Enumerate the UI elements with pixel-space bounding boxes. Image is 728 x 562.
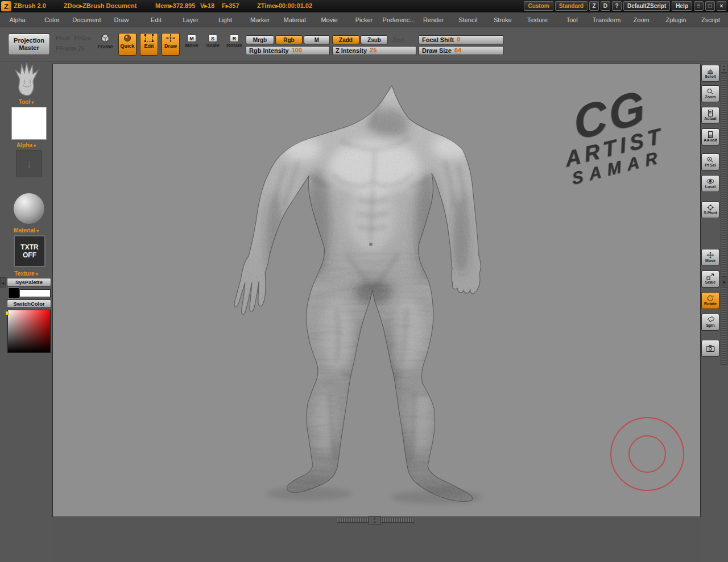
right-tray-collapse-arrow[interactable]: ▸	[722, 276, 727, 286]
menu-transform[interactable]: Transform	[589, 13, 624, 27]
focal-shift-slider[interactable]: Focal Shift 0	[419, 35, 504, 44]
menu-preferences[interactable]: Preferenc...	[381, 13, 416, 27]
z-button[interactable]: Z	[589, 1, 599, 11]
draw-size-slider[interactable]: Draw Size 64	[419, 46, 504, 55]
menu-material[interactable]: Material	[278, 13, 312, 27]
menu-color[interactable]: Color	[35, 13, 69, 27]
document-canvas[interactable]: CG ARTIST SAMAR	[52, 64, 701, 517]
default-zscript-button[interactable]: DefaultZScript	[623, 1, 670, 11]
right-scrollbar-track[interactable]	[721, 64, 727, 365]
snapshot-button[interactable]	[701, 340, 719, 357]
quick-button-active[interactable]: Quick	[118, 33, 136, 56]
window-close-icon[interactable]: ×	[717, 1, 726, 11]
projection-master-line2: Master	[19, 44, 39, 52]
quick-icon	[122, 34, 133, 43]
scroll-down-icon: ▾	[721, 68, 727, 72]
menu-stroke[interactable]: Stroke	[485, 13, 520, 27]
d-button[interactable]: D	[601, 1, 610, 11]
rotate-3d-button-active[interactable]: Rotate	[701, 292, 719, 309]
actual-button[interactable]: Actual	[701, 107, 719, 124]
menu-zoom[interactable]: Zoom	[624, 13, 659, 27]
secondary-color-swatch[interactable]	[8, 288, 19, 299]
right-scrollbar-arrows[interactable]: ▴ ▾	[721, 64, 727, 73]
move-3d-button[interactable]: Move	[701, 249, 719, 266]
s-pivot-label: S.Pivot	[704, 211, 717, 215]
left-tray-collapse-arrow[interactable]: ◂	[0, 277, 6, 288]
alpha-dropdown[interactable]: Alpha▾	[0, 142, 52, 148]
pfgra-button-disabled[interactable]: PFGra	[74, 35, 91, 41]
zoom-button[interactable]: Zoom	[701, 85, 719, 102]
menu-stencil[interactable]: Stencil	[450, 13, 485, 27]
half-page-icon	[706, 131, 715, 138]
scale-3d-button[interactable]: Scale	[701, 270, 719, 288]
syspalette-button[interactable]: SysPalette	[7, 278, 51, 286]
pframe-slider-disabled[interactable]: PFrame 25	[56, 45, 85, 52]
pt-sel-button[interactable]: Pt Sel	[701, 153, 719, 170]
menu-tool[interactable]: Tool	[555, 13, 589, 27]
menu-texture[interactable]: Texture	[520, 13, 555, 27]
spin-button[interactable]: Spin	[701, 314, 719, 331]
tool-label: Tool	[19, 99, 30, 105]
material-dropdown[interactable]: Material▾	[0, 227, 52, 234]
help-question-button[interactable]: ?	[612, 1, 622, 11]
move-button[interactable]: M Move	[183, 33, 201, 56]
menu-draw[interactable]: Draw	[104, 13, 139, 27]
pfull-button-disabled[interactable]: PFull	[56, 35, 69, 41]
zadd-button-active[interactable]: Zadd	[332, 35, 359, 44]
frame-button[interactable]: Frame	[96, 33, 114, 56]
menu-edit[interactable]: Edit	[139, 13, 173, 27]
zbrush-logo-icon: Z	[1, 1, 11, 11]
s-pivot-button[interactable]: S.Pivot	[701, 201, 719, 218]
texture-dropdown[interactable]: Texture▾	[0, 270, 52, 277]
current-material-sphere[interactable]	[14, 193, 44, 224]
local-pivot-icon	[706, 178, 715, 185]
menu-alpha[interactable]: Alpha	[0, 13, 35, 27]
window-menu-icon[interactable]: ≡	[694, 1, 704, 11]
draw-button-active[interactable]: Draw	[162, 33, 180, 56]
local-button[interactable]: Local	[701, 175, 719, 192]
edit-button-active[interactable]: Edit	[140, 33, 158, 56]
aahalf-label: AAHalf	[704, 138, 717, 143]
menu-zplugin[interactable]: Zplugin	[659, 13, 693, 27]
tool-dropdown[interactable]: Tool▾	[0, 99, 52, 105]
scroll-button[interactable]: Scroll	[701, 65, 719, 82]
m-button[interactable]: M	[304, 35, 330, 44]
scale-button[interactable]: S Scale	[204, 33, 222, 56]
rotate-button[interactable]: R Rotate	[225, 33, 243, 56]
zcut-button-disabled[interactable]: Zcut	[392, 37, 404, 43]
camera-icon	[705, 344, 715, 352]
menu-light[interactable]: Light	[208, 13, 243, 27]
mrgb-button[interactable]: Mrgb	[246, 35, 274, 44]
quick-label: Quick	[120, 43, 134, 49]
aahalf-button[interactable]: AAHalf	[701, 128, 719, 145]
rgb-button-active[interactable]: Rgb	[275, 35, 303, 44]
menu-picker[interactable]: Picker	[347, 13, 382, 27]
menu-layer[interactable]: Layer	[173, 13, 208, 27]
switchcolor-button[interactable]: SwitchColor	[7, 299, 51, 308]
z-intensity-slider[interactable]: Z Intensity 25	[332, 46, 416, 55]
main-color-swatch[interactable]	[19, 289, 51, 297]
zsub-button[interactable]: Zsub	[361, 35, 388, 44]
current-tool-thumbnail[interactable]	[9, 63, 46, 99]
window-maximize-icon[interactable]: □	[705, 1, 715, 11]
standard-ui-button[interactable]: Standard	[555, 1, 588, 11]
horizontal-scrollbar-arrows[interactable]: ▴ ▾	[369, 516, 381, 524]
move-arrows-icon	[706, 252, 715, 259]
menu-render[interactable]: Render	[416, 13, 450, 27]
menu-movie[interactable]: Movie	[312, 13, 347, 27]
custom-ui-button[interactable]: Custom	[524, 1, 553, 11]
menu-zscript[interactable]: Zscript	[693, 13, 728, 27]
texture-off-thumbnail[interactable]: TXTR OFF	[14, 235, 46, 267]
scale-label: Scale	[206, 43, 220, 48]
current-alpha-thumbnail[interactable]	[11, 107, 47, 140]
rgb-intensity-slider[interactable]: Rgb Intensity 100	[246, 46, 330, 55]
current-stroke-thumbnail[interactable]: ↓	[16, 150, 42, 177]
help-button[interactable]: Help	[672, 1, 692, 11]
color-picker-gradient[interactable]	[7, 310, 51, 353]
projection-master-line1: Projection	[14, 37, 44, 44]
menu-marker[interactable]: Marker	[243, 13, 278, 27]
menu-document[interactable]: Document	[69, 13, 104, 27]
scroll-down-icon: ▾	[369, 521, 380, 524]
move-label: Move	[185, 43, 198, 48]
projection-master-button[interactable]: Projection Master	[8, 34, 50, 55]
